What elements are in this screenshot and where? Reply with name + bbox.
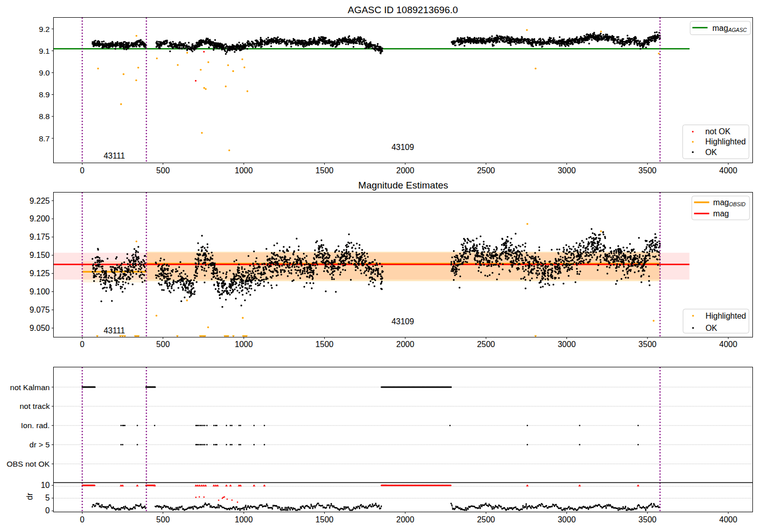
svg-text:2500: 2500 (477, 166, 495, 175)
svg-text:dr > 5: dr > 5 (29, 440, 50, 449)
svg-text:9.100: 9.100 (29, 287, 50, 296)
svg-text:3000: 3000 (558, 515, 576, 524)
svg-text:Highlighted: Highlighted (705, 137, 746, 146)
svg-text:43111: 43111 (103, 151, 125, 160)
svg-text:1000: 1000 (235, 340, 253, 349)
svg-text:0: 0 (80, 340, 85, 349)
svg-text:3000: 3000 (558, 340, 576, 349)
svg-text:4000: 4000 (719, 515, 738, 524)
svg-text:9.075: 9.075 (29, 306, 50, 314)
svg-text:2500: 2500 (477, 515, 495, 524)
svg-text:Ion. rad.: Ion. rad. (21, 421, 50, 430)
svg-text:dr: dr (25, 492, 34, 500)
svg-text:500: 500 (156, 515, 170, 524)
svg-text:0: 0 (80, 166, 85, 175)
svg-text:OBS not OK: OBS not OK (7, 460, 50, 468)
svg-text:not track: not track (20, 402, 50, 410)
svg-text:8.9: 8.9 (39, 90, 50, 99)
svg-text:43109: 43109 (392, 317, 414, 326)
svg-text:OK: OK (705, 324, 717, 332)
svg-text:9.2: 9.2 (39, 25, 50, 33)
svg-text:5: 5 (45, 493, 50, 502)
svg-text:1500: 1500 (316, 166, 334, 175)
svg-text:500: 500 (156, 340, 170, 349)
svg-text:500: 500 (156, 166, 170, 175)
svg-text:1500: 1500 (316, 340, 334, 349)
svg-text:OK: OK (705, 148, 717, 157)
svg-text:8.7: 8.7 (39, 134, 50, 143)
svg-text:2000: 2000 (396, 515, 414, 524)
svg-text:9.200: 9.200 (29, 214, 50, 223)
svg-text:9.225: 9.225 (29, 197, 50, 205)
svg-text:9.125: 9.125 (29, 269, 50, 278)
svg-text:9.1: 9.1 (39, 47, 50, 55)
svg-text:9.0: 9.0 (39, 68, 50, 77)
svg-text:8.8: 8.8 (39, 112, 50, 121)
svg-text:1500: 1500 (316, 515, 334, 524)
svg-text:Magnitude Estimates: Magnitude Estimates (358, 180, 448, 191)
svg-text:AGASC ID 1089213696.0: AGASC ID 1089213696.0 (348, 5, 458, 15)
svg-text:9.150: 9.150 (29, 251, 50, 259)
svg-text:not OK: not OK (705, 127, 731, 136)
svg-text:not Kalman: not Kalman (10, 383, 50, 392)
svg-text:3000: 3000 (558, 166, 576, 175)
svg-text:2000: 2000 (396, 166, 414, 175)
svg-text:9.175: 9.175 (29, 233, 50, 241)
svg-text:mag: mag (713, 209, 729, 218)
svg-text:10: 10 (41, 481, 50, 489)
svg-text:1000: 1000 (235, 166, 253, 175)
svg-text:2500: 2500 (477, 340, 495, 349)
svg-text:1000: 1000 (235, 515, 253, 524)
svg-text:3500: 3500 (638, 340, 657, 349)
svg-text:4000: 4000 (719, 340, 738, 349)
svg-text:2000: 2000 (396, 340, 414, 349)
svg-text:3500: 3500 (638, 166, 657, 175)
svg-text:0: 0 (80, 515, 85, 524)
svg-text:4000: 4000 (719, 166, 738, 175)
svg-text:Highlighted: Highlighted (705, 312, 746, 320)
svg-text:9.050: 9.050 (29, 324, 50, 332)
svg-text:43109: 43109 (392, 143, 414, 151)
svg-text:3500: 3500 (638, 515, 657, 524)
svg-text:0: 0 (45, 506, 50, 515)
svg-text:43111: 43111 (103, 326, 125, 335)
